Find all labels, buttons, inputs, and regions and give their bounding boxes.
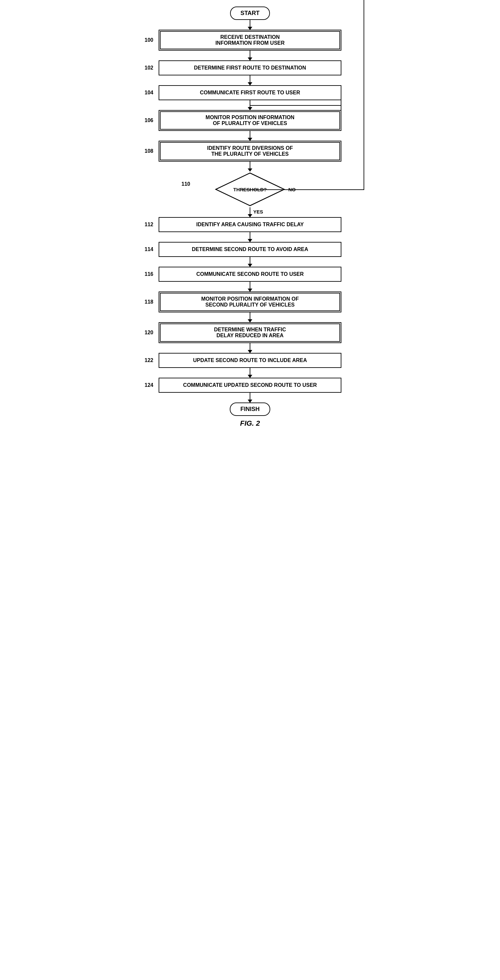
arrow-1 [250, 20, 250, 30]
label-124: 124 [144, 382, 153, 388]
arrow-9 [250, 282, 250, 291]
no-path-vertical [363, 0, 364, 189]
arrow-feedback-area [159, 100, 341, 110]
step-118-row: 118 MONITOR POSITION INFORMATION OFSECON… [125, 291, 375, 312]
label-100: 100 [144, 37, 153, 43]
decision-area: 110 THRESHOLD? NO YES [136, 171, 364, 207]
label-106: 106 [144, 118, 153, 123]
feedback-horizontal-top [250, 105, 341, 106]
start-terminal: START [230, 6, 270, 20]
step-104-box: COMMUNICATE FIRST ROUTE TO USER [159, 85, 341, 100]
arrow-8 [250, 257, 250, 267]
step-108-row: 108 IDENTIFY ROUTE DIVERSIONS OFTHE PLUR… [125, 141, 375, 162]
step-100-box: RECEIVE DESTINATIONINFORMATION FROM USER [159, 30, 341, 51]
step-112-row: 112 IDENTIFY AREA CAUSING TRAFFIC DELAY [125, 217, 375, 232]
arrow-10 [250, 312, 250, 322]
step-122-box: UPDATE SECOND ROUTE TO INCLUDE AREA [159, 353, 341, 368]
step-102-box: DETERMINE FIRST ROUTE TO DESTINATION [159, 60, 341, 75]
step-102-row: 102 DETERMINE FIRST ROUTE TO DESTINATION [125, 60, 375, 75]
label-114: 114 [144, 247, 153, 252]
arrow-5 [250, 131, 250, 141]
step-124-box: COMMUNICATE UPDATED SECOND ROUTE TO USER [159, 378, 341, 393]
label-110: 110 [181, 181, 190, 187]
label-116: 116 [144, 271, 153, 277]
arrow-11 [250, 343, 250, 353]
arrow-12 [250, 368, 250, 378]
step-112-box: IDENTIFY AREA CAUSING TRAFFIC DELAY [159, 217, 341, 232]
finish-terminal: FINISH [230, 402, 270, 416]
label-102: 102 [144, 65, 153, 71]
arrow-2 [250, 51, 250, 60]
flowchart: START 100 RECEIVE DESTINATIONINFORMATION… [125, 6, 375, 428]
step-120-box: DETERMINE WHEN TRAFFICDELAY REDUCED IN A… [159, 322, 341, 343]
label-120: 120 [144, 330, 153, 336]
arrow-3 [250, 75, 250, 85]
step-120-row: 120 DETERMINE WHEN TRAFFICDELAY REDUCED … [125, 322, 375, 343]
arrow-6 [250, 162, 250, 171]
label-104: 104 [144, 90, 153, 95]
step-124-row: 124 COMMUNICATE UPDATED SECOND ROUTE TO … [125, 378, 375, 393]
step-122-row: 122 UPDATE SECOND ROUTE TO INCLUDE AREA [125, 353, 375, 368]
step-104-row: 104 COMMUNICATE FIRST ROUTE TO USER [125, 85, 375, 100]
label-112: 112 [144, 222, 153, 228]
figure-label: FIG. 2 [240, 419, 260, 428]
step-100-row: 100 RECEIVE DESTINATIONINFORMATION FROM … [125, 30, 375, 51]
step-116-row: 116 COMMUNICATE SECOND ROUTE TO USER [125, 267, 375, 282]
arrow-13 [250, 393, 250, 402]
no-path-right [240, 189, 364, 190]
arrow-yes [250, 207, 250, 217]
step-118-box: MONITOR POSITION INFORMATION OFSECOND PL… [159, 291, 341, 312]
step-114-box: DETERMINE SECOND ROUTE TO AVOID AREA [159, 242, 341, 257]
step-108-box: IDENTIFY ROUTE DIVERSIONS OFTHE PLURALIT… [159, 141, 341, 162]
label-108: 108 [144, 148, 153, 154]
label-118: 118 [144, 299, 153, 305]
arrow-7 [250, 232, 250, 242]
step-106-box: MONITOR POSITION INFORMATIONOF PLURALITY… [159, 110, 341, 131]
step-106-row: 106 MONITOR POSITION INFORMATIONOF PLURA… [125, 110, 375, 131]
label-122: 122 [144, 358, 153, 363]
step-116-box: COMMUNICATE SECOND ROUTE TO USER [159, 267, 341, 282]
yes-label: YES [253, 209, 263, 215]
step-114-row: 114 DETERMINE SECOND ROUTE TO AVOID AREA [125, 242, 375, 257]
